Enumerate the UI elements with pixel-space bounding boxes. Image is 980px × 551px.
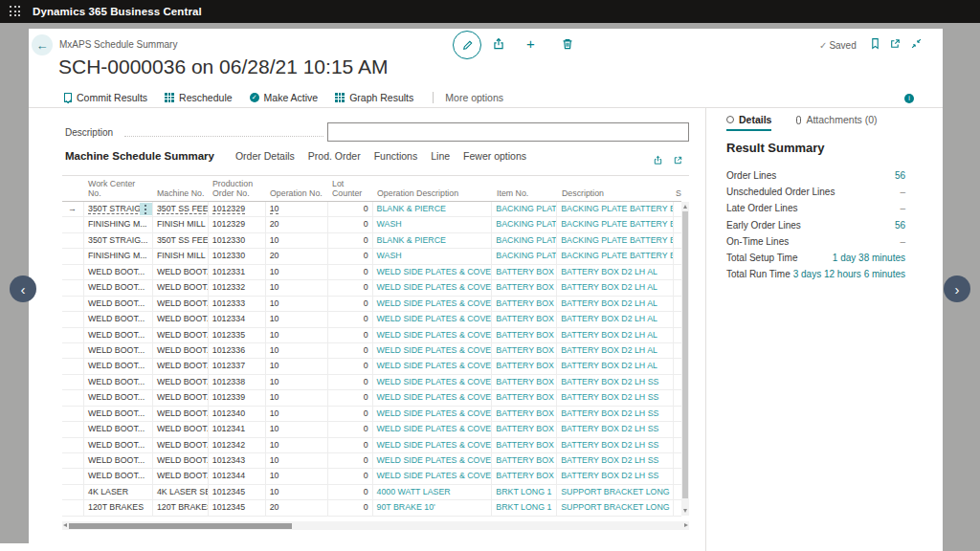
cell-item-no[interactable]: BATTERY BOX ... [492,280,557,295]
app-brand[interactable]: Dynamics 365 Business Central [33,6,202,17]
cell-machine-no[interactable]: WELD BOOT... [153,375,209,389]
cell-machine-no[interactable]: WELD BOOT... [153,359,209,373]
summary-field-value[interactable]: – [900,203,905,213]
cell-item-no[interactable]: BATTERY BOX ... [492,453,557,468]
breadcrumb[interactable]: MxAPS Schedule Summary [59,39,177,50]
cell-operation-description[interactable]: 90T BRAKE 10' [373,500,493,515]
cell-lot-counter[interactable]: 0 [328,265,373,279]
cell-operation-description[interactable]: WASH [373,217,493,231]
cell-production-order-no[interactable]: 1012345 [209,500,266,515]
back-button[interactable]: ← [32,34,53,55]
cell-item-no[interactable]: BATTERY BOX ... [492,328,557,342]
factbox-tab[interactable]: Attachments (0) [796,114,877,131]
cell-work-center[interactable]: WELD BOOT... [84,359,153,373]
cell-item-no[interactable]: BATTERY BOX ... [492,407,557,421]
cell-work-center[interactable]: WELD BOOT... [84,453,153,468]
command-action[interactable]: Commit Results [64,92,147,103]
cell-item-no[interactable]: BATTERY BOX ... [492,390,557,405]
previous-pane-button[interactable]: ‹ [10,276,36,302]
cell-lot-counter[interactable]: 0 [328,438,373,452]
cell-operation-no[interactable]: 20 [266,249,328,263]
collapse-view-button[interactable] [910,37,923,50]
column-header[interactable]: Lot Counter [328,178,373,201]
vertical-scrollbar[interactable] [681,202,689,516]
table-row[interactable]: → WELD BOOT... WELD BOOT... 1012338 10 0… [62,375,681,390]
table-row[interactable]: → WELD BOOT... WELD BOOT... 1012333 10 0… [62,297,681,312]
column-header[interactable]: Production Order No. [209,178,266,201]
table-row[interactable]: → 350T STRAIG... 350T SS FEE... 1012329 … [62,202,681,217]
column-header[interactable]: Machine No. [153,187,209,201]
command-action[interactable]: ✓ Make Active [250,92,319,103]
cell-description[interactable]: BATTERY BOX D2 LH SS [557,407,674,421]
table-row[interactable]: → FINISHING M... FINISH MILL 1012330 20 … [62,249,681,264]
cell-operation-no[interactable]: 10 [266,407,328,421]
cell-description[interactable]: SUPPORT BRACKET LONG [557,485,674,499]
cell-work-center[interactable]: 350T STRAIG... [84,202,153,216]
cell-operation-no[interactable]: 10 [266,485,328,499]
table-row[interactable]: → 350T STRAIG... 350T SS FEE... 1012330 … [62,233,681,249]
cell-machine-no[interactable]: 350T SS FEE... [153,233,209,248]
cell-lot-counter[interactable]: 0 [328,407,373,421]
cell-description[interactable]: BATTERY BOX D2 LH SS [557,375,674,389]
cell-production-order-no[interactable]: 1012338 [209,375,266,389]
cell-item-no[interactable]: BRKT LONG 1 [492,485,557,499]
cell-operation-no[interactable]: 20 [266,217,328,231]
cell-production-order-no[interactable]: 1012342 [209,438,266,452]
cell-lot-counter[interactable]: 0 [328,359,373,373]
cell-operation-description[interactable]: WELD SIDE PLATES & COVER [373,375,493,389]
cell-item-no[interactable]: BATTERY BOX ... [492,375,557,389]
row-menu-button[interactable] [140,203,152,215]
cell-production-order-no[interactable]: 1012334 [209,312,266,326]
cell-machine-no[interactable]: WELD BOOT... [153,453,209,468]
cell-operation-description[interactable]: WELD SIDE PLATES & COVER [373,438,493,452]
cell-work-center[interactable]: FINISHING M... [84,249,153,263]
table-row[interactable]: → FINISHING M... FINISH MILL 1012329 20 … [62,217,681,232]
cell-lot-counter[interactable]: 0 [328,312,373,326]
delete-button[interactable] [561,37,574,51]
cell-description[interactable]: BATTERY BOX D2 LH AL [557,297,674,311]
column-header[interactable]: Description [558,187,675,201]
info-dot-icon[interactable]: i [904,94,914,103]
cell-machine-no[interactable]: WELD BOOT... [153,328,209,342]
cell-production-order-no[interactable]: 1012344 [209,469,266,483]
cell-work-center[interactable]: 4K LASER [84,485,153,499]
open-in-new-window-button[interactable] [889,37,902,50]
cell-work-center[interactable]: FINISHING M... [84,217,153,231]
cell-work-center[interactable]: WELD BOOT... [84,407,153,421]
table-row[interactable]: → WELD BOOT... WELD BOOT... 1012336 10 0… [62,343,681,359]
cell-machine-no[interactable]: WELD BOOT... [153,469,209,483]
cell-lot-counter[interactable]: 0 [328,500,373,515]
cell-description[interactable]: BATTERY BOX D2 LH SS [557,422,674,436]
cell-operation-description[interactable]: WELD SIDE PLATES & COVER [373,280,493,295]
cell-lot-counter[interactable]: 0 [328,202,373,216]
table-row[interactable]: → WELD BOOT... WELD BOOT... 1012332 10 0… [62,280,681,296]
scroll-left-arrow-icon[interactable] [63,523,67,527]
cell-item-no[interactable]: BATTERY BOX ... [492,422,557,436]
cell-operation-no[interactable]: 10 [266,233,328,248]
cell-item-no[interactable]: BACKING PLAT... [492,233,557,248]
table-row[interactable]: → WELD BOOT... WELD BOOT... 1012335 10 0… [62,328,681,343]
cell-lot-counter[interactable]: 0 [328,375,373,389]
cell-production-order-no[interactable]: 1012329 [209,217,266,231]
cell-operation-description[interactable]: WELD SIDE PLATES & COVER [373,422,493,436]
cell-work-center[interactable]: WELD BOOT... [84,343,153,358]
cell-operation-no[interactable]: 10 [266,297,328,311]
cell-work-center[interactable]: WELD BOOT... [84,375,153,389]
cell-work-center[interactable]: WELD BOOT... [84,265,153,279]
table-row[interactable]: → WELD BOOT... WELD BOOT... 1012339 10 0… [62,390,681,406]
cell-work-center[interactable]: WELD BOOT... [84,438,153,452]
grid-menu-item[interactable]: Fewer options [463,150,526,162]
grid-menu-item[interactable]: Order Details [235,150,295,162]
table-row[interactable]: → WELD BOOT... WELD BOOT... 1012340 10 0… [62,407,681,422]
cell-lot-counter[interactable]: 0 [328,217,373,231]
cell-lot-counter[interactable]: 0 [328,280,373,295]
summary-field-value[interactable]: 1 day 38 minutes [833,253,905,263]
column-header[interactable]: S [675,187,681,201]
column-header[interactable]: Operation No. [266,187,328,201]
command-action[interactable]: Graph Results [335,92,413,103]
cell-operation-description[interactable]: WELD SIDE PLATES & COVER [373,312,493,326]
cell-machine-no[interactable]: WELD BOOT... [153,280,209,295]
summary-field-value[interactable]: 56 [895,170,905,181]
cell-work-center[interactable]: WELD BOOT... [84,297,153,311]
cell-work-center[interactable]: WELD BOOT... [84,328,153,342]
